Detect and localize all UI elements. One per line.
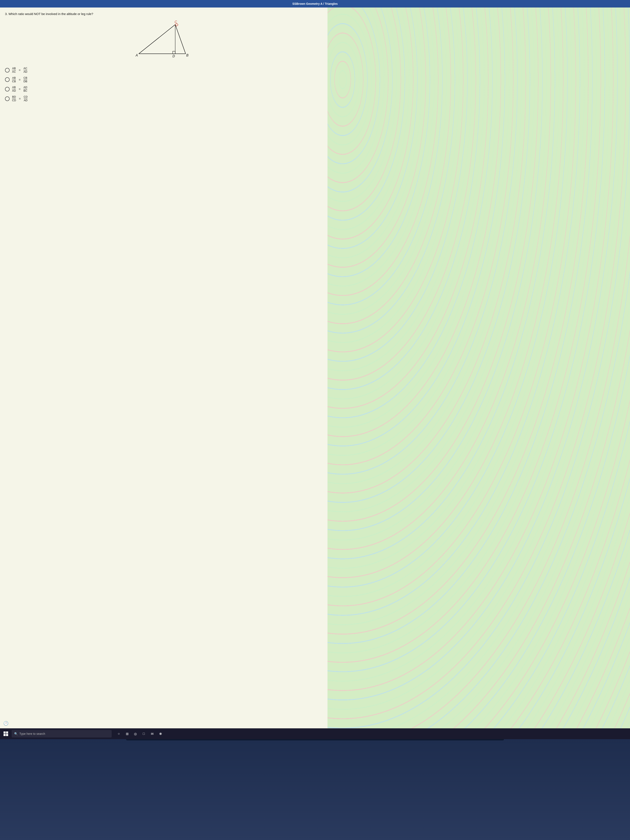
radio-a[interactable] — [5, 68, 9, 73]
start-button[interactable] — [2, 729, 10, 738]
fraction-eq-a: AB AC = AC AD — [12, 67, 27, 74]
pane-footer: 🕐 — [3, 721, 8, 726]
radio-c[interactable] — [5, 87, 9, 92]
windows-icon — [3, 731, 8, 736]
laptop-body — [0, 739, 630, 840]
svg-line-0 — [139, 25, 175, 54]
fraction-eq-c: AB AD = AD BC — [12, 86, 27, 93]
fraction-b2: CB DB — [24, 76, 27, 83]
taskbar-multitask-icon[interactable]: ⊞ — [123, 730, 131, 737]
fraction-b1: AB CB — [12, 76, 16, 83]
option-item-c[interactable]: AB AD = AD BC — [5, 86, 322, 93]
equals-c: = — [19, 87, 21, 91]
vertex-A: A — [136, 54, 138, 57]
taskbar-files-icon[interactable]: □ — [140, 730, 147, 737]
options-list: AB AC = AC AD AB — [5, 67, 322, 102]
vertex-C: C — [175, 20, 177, 24]
svg-line-2 — [175, 25, 186, 54]
background-pane — [327, 8, 630, 728]
fraction-a2: AC AD — [24, 67, 27, 74]
taskbar: 🔍 Type here to search ○ ⊞ ◎ □ ✉ ❋ — [0, 728, 630, 739]
search-placeholder: Type here to search — [19, 732, 45, 736]
fraction-eq-d: BD CD = CD AD — [12, 95, 27, 102]
vertex-B: B — [186, 54, 188, 57]
svg-rect-4 — [173, 51, 175, 54]
laptop-hinge — [126, 739, 504, 741]
equals-a: = — [19, 68, 21, 72]
taskbar-edge-icon[interactable]: ◎ — [132, 730, 139, 737]
radio-d[interactable] — [5, 96, 9, 101]
question-text: 3. Which ratio would NOT be involved in … — [5, 12, 322, 16]
taskbar-settings-icon[interactable]: ❋ — [157, 730, 164, 737]
radio-b[interactable] — [5, 77, 9, 82]
fraction-c2: AD BC — [24, 86, 27, 93]
option-item-d[interactable]: BD CD = CD AD — [5, 95, 322, 102]
question-pane: 3. Which ratio would NOT be involved in … — [0, 8, 327, 728]
taskbar-mail-icon[interactable]: ✉ — [148, 730, 156, 737]
fraction-eq-b: AB CB = CB DB — [12, 76, 27, 83]
equals-d: = — [19, 97, 21, 100]
taskbar-icons: ○ ⊞ ◎ □ ✉ ❋ — [115, 730, 164, 737]
taskbar-cortana-icon[interactable]: ○ — [115, 730, 123, 737]
fraction-d1: BD CD — [12, 95, 16, 102]
search-icon: 🔍 — [14, 732, 18, 736]
search-bar[interactable]: 🔍 Type here to search — [12, 730, 112, 737]
title-bar: SSBrown Geometry A / Triangles — [0, 0, 630, 8]
clock-icon: 🕐 — [3, 721, 8, 726]
option-item-a[interactable]: AB AC = AC AD — [5, 67, 322, 74]
equals-b: = — [19, 78, 21, 82]
fraction-c1: AB AD — [12, 86, 16, 93]
vertex-D: D — [172, 54, 175, 58]
screen-container: SSBrown Geometry A / Triangles 3. Which … — [0, 0, 630, 739]
fraction-a1: AB AC — [12, 67, 16, 74]
triangle-svg: A B C D — [134, 19, 193, 61]
triangle-diagram: A B C D — [5, 19, 322, 61]
content-area: 3. Which ratio would NOT be involved in … — [0, 8, 630, 728]
option-item-b[interactable]: AB CB = CB DB — [5, 76, 322, 83]
title-text: SSBrown Geometry A / Triangles — [292, 2, 338, 5]
fraction-d2: CD AD — [24, 95, 28, 102]
